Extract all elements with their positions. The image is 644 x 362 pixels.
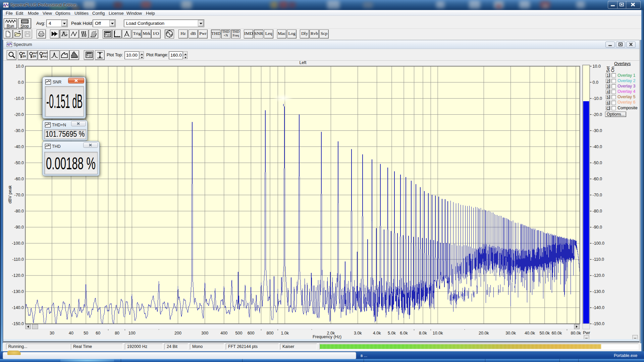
svg-text:4.0k: 4.0k bbox=[373, 331, 381, 336]
svg-text:-60.0: -60.0 bbox=[14, 177, 24, 181]
svg-text:-70.0: -70.0 bbox=[593, 193, 602, 197]
svg-text:5.0k: 5.0k bbox=[388, 331, 396, 336]
svg-text:0.0: 0.0 bbox=[18, 80, 24, 85]
svg-text:-100.0: -100.0 bbox=[593, 241, 604, 246]
svg-text:400: 400 bbox=[220, 331, 227, 336]
svg-text:40: 40 bbox=[69, 331, 73, 336]
svg-text:-130.0: -130.0 bbox=[12, 289, 24, 294]
svg-text:OUT: OUT bbox=[43, 52, 48, 54]
svg-text:300: 300 bbox=[201, 331, 208, 336]
svg-text:-10.0: -10.0 bbox=[14, 96, 24, 101]
svg-text:0.00188 %: 0.00188 % bbox=[46, 154, 96, 173]
svg-text:-150.0: -150.0 bbox=[12, 321, 24, 326]
svg-text:-30.0: -30.0 bbox=[593, 128, 602, 133]
svg-text:-20.0: -20.0 bbox=[593, 112, 602, 117]
svg-text:3.0k: 3.0k bbox=[354, 331, 362, 336]
svg-text:-110.0: -110.0 bbox=[12, 257, 24, 262]
svg-text:200: 200 bbox=[174, 331, 181, 336]
svg-text:-60.0: -60.0 bbox=[593, 177, 602, 181]
svg-text:60.0k: 60.0k bbox=[552, 331, 562, 336]
svg-text:10.0k: 10.0k bbox=[433, 331, 443, 336]
svg-text:-40.0: -40.0 bbox=[14, 144, 24, 149]
svg-text:60: 60 bbox=[96, 331, 100, 336]
svg-text:IN: IN bbox=[23, 52, 25, 54]
svg-text:-80.0: -80.0 bbox=[593, 209, 602, 214]
svg-text:40.0k: 40.0k bbox=[525, 331, 535, 336]
svg-text:Frequency (Hz): Frequency (Hz) bbox=[313, 335, 341, 339]
svg-text:-120.0: -120.0 bbox=[593, 273, 604, 278]
svg-text:-120.0: -120.0 bbox=[12, 273, 24, 278]
svg-text:Pwr: Pwr bbox=[583, 330, 590, 335]
svg-text:-140.0: -140.0 bbox=[12, 305, 24, 310]
svg-text:10.0: 10.0 bbox=[593, 64, 601, 69]
svg-text:-70.0: -70.0 bbox=[14, 193, 24, 197]
svg-text:30: 30 bbox=[50, 331, 54, 336]
svg-text:-100.0: -100.0 bbox=[12, 241, 24, 246]
svg-text:-50.0: -50.0 bbox=[14, 161, 24, 165]
svg-text:80.0k: 80.0k bbox=[571, 331, 581, 336]
svg-text:-130.0: -130.0 bbox=[593, 289, 604, 294]
svg-text:101.75695 %: 101.75695 % bbox=[46, 130, 85, 138]
svg-text:20.0k: 20.0k bbox=[479, 331, 489, 336]
svg-text:-0.151 dB: -0.151 dB bbox=[46, 90, 83, 112]
svg-text:1.0k: 1.0k bbox=[281, 331, 289, 336]
svg-text:-90.0: -90.0 bbox=[14, 225, 24, 230]
svg-text:-80.0: -80.0 bbox=[14, 209, 24, 214]
svg-text:8.0k: 8.0k bbox=[419, 331, 427, 336]
svg-text:-20.0: -20.0 bbox=[14, 112, 24, 117]
svg-text:-40.0: -40.0 bbox=[593, 144, 602, 149]
svg-text:-10.0: -10.0 bbox=[593, 96, 602, 101]
svg-text:OUT: OUT bbox=[33, 52, 38, 54]
svg-text:0.0: 0.0 bbox=[593, 80, 598, 85]
svg-text:-30.0: -30.0 bbox=[14, 128, 24, 133]
svg-text:FULL: FULL bbox=[43, 55, 48, 58]
svg-text:6.0k: 6.0k bbox=[400, 331, 408, 336]
svg-text:-90.0: -90.0 bbox=[593, 225, 602, 230]
svg-text:80: 80 bbox=[115, 331, 119, 336]
svg-text:-140.0: -140.0 bbox=[593, 305, 604, 310]
svg-text:50: 50 bbox=[84, 331, 88, 336]
svg-text:-50.0: -50.0 bbox=[593, 161, 602, 165]
svg-text:-150.0: -150.0 bbox=[593, 321, 604, 326]
svg-text:-110.0: -110.0 bbox=[593, 257, 604, 262]
svg-text:500: 500 bbox=[235, 331, 243, 336]
svg-text:dBV peak: dBV peak bbox=[8, 185, 12, 203]
svg-text:100: 100 bbox=[128, 331, 136, 336]
svg-text:30.0k: 30.0k bbox=[505, 331, 516, 336]
svg-text:10.0: 10.0 bbox=[16, 64, 24, 69]
svg-text:2X: 2X bbox=[22, 55, 26, 58]
svg-text:50.0k: 50.0k bbox=[540, 331, 550, 336]
svg-text:600: 600 bbox=[248, 331, 255, 336]
svg-text:800: 800 bbox=[267, 331, 274, 336]
svg-text:Left: Left bbox=[300, 60, 307, 65]
svg-text:2X: 2X bbox=[33, 55, 36, 58]
